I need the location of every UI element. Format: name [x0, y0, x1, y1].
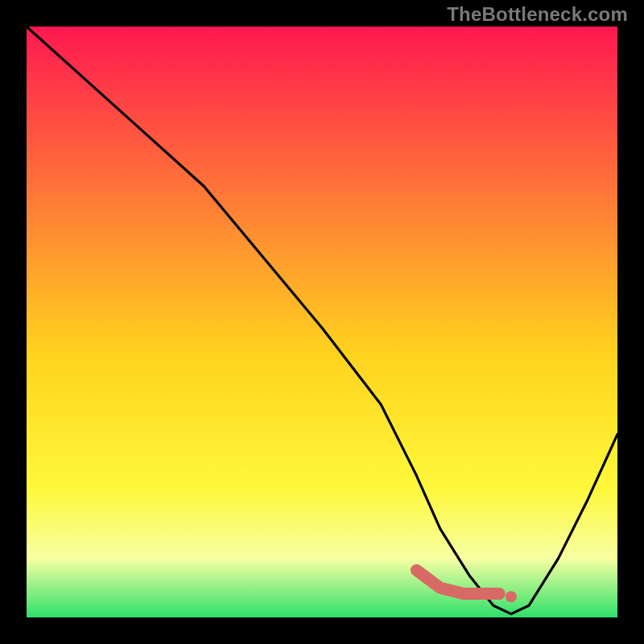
chart-svg [27, 27, 617, 617]
plot-area [27, 27, 617, 617]
optimum-marker-dots [506, 591, 517, 602]
chart-frame: TheBottleneck.com [0, 0, 644, 644]
gradient-background [27, 27, 617, 617]
watermark-text: TheBottleneck.com [447, 3, 628, 26]
marker-dot [506, 591, 517, 602]
